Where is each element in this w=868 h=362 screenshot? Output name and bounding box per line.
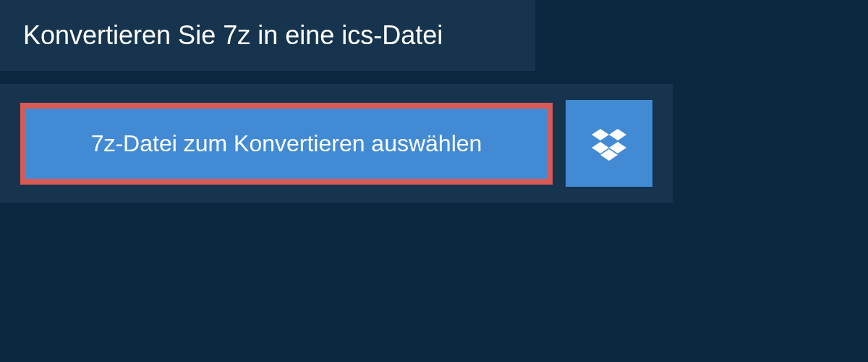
- dropbox-button[interactable]: [566, 100, 652, 187]
- header-panel: Konvertieren Sie 7z in eine ics-Datei: [0, 0, 535, 71]
- select-file-button-label: 7z-Datei zum Konvertieren auswählen: [91, 130, 482, 157]
- select-file-button[interactable]: 7z-Datei zum Konvertieren auswählen: [20, 103, 553, 185]
- upload-panel: 7z-Datei zum Konvertieren auswählen: [0, 84, 673, 203]
- page-title: Konvertieren Sie 7z in eine ics-Datei: [23, 20, 512, 51]
- dropbox-icon: [592, 126, 626, 161]
